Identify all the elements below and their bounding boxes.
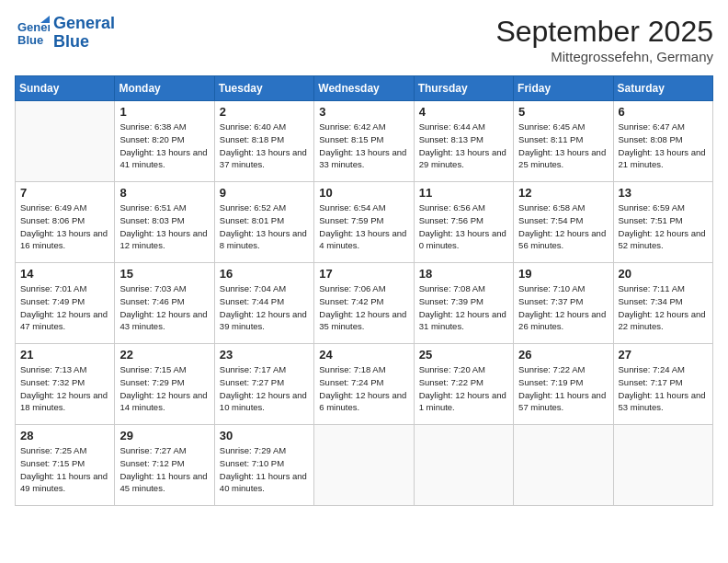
logo-line1: General (53, 15, 115, 33)
day-info: Sunrise: 7:11 AM Sunset: 7:34 PM Dayligh… (619, 282, 708, 333)
day-number: 1 (119, 105, 209, 119)
calendar-cell: 22Sunrise: 7:15 AM Sunset: 7:29 PM Dayli… (115, 344, 214, 425)
day-info: Sunrise: 7:03 AM Sunset: 7:46 PM Dayligh… (119, 282, 209, 333)
week-row-2: 7Sunrise: 6:49 AM Sunset: 8:06 PM Daylig… (16, 182, 713, 263)
calendar-cell: 17Sunrise: 7:06 AM Sunset: 7:42 PM Dayli… (314, 263, 414, 344)
day-info: Sunrise: 6:40 AM Sunset: 8:18 PM Dayligh… (220, 121, 309, 171)
calendar-cell: 25Sunrise: 7:20 AM Sunset: 7:22 PM Dayli… (414, 344, 513, 425)
day-number: 21 (20, 348, 109, 362)
day-info: Sunrise: 6:51 AM Sunset: 8:03 PM Dayligh… (119, 201, 209, 252)
calendar-cell: 14Sunrise: 7:01 AM Sunset: 7:49 PM Dayli… (16, 263, 115, 344)
day-info: Sunrise: 7:17 AM Sunset: 7:27 PM Dayligh… (220, 363, 309, 414)
calendar-cell: 12Sunrise: 6:58 AM Sunset: 7:54 PM Dayli… (514, 182, 613, 263)
day-number: 15 (119, 267, 209, 281)
calendar-cell: 20Sunrise: 7:11 AM Sunset: 7:34 PM Dayli… (613, 263, 712, 344)
week-row-5: 28Sunrise: 7:25 AM Sunset: 7:15 PM Dayli… (16, 425, 713, 506)
logo-line2: Blue (53, 33, 115, 52)
weekday-header-row: SundayMondayTuesdayWednesdayThursdayFrid… (16, 76, 713, 101)
day-info: Sunrise: 7:25 AM Sunset: 7:15 PM Dayligh… (20, 444, 109, 495)
day-info: Sunrise: 7:01 AM Sunset: 7:49 PM Dayligh… (20, 282, 109, 333)
day-info: Sunrise: 7:24 AM Sunset: 7:17 PM Dayligh… (619, 363, 708, 414)
calendar-cell: 28Sunrise: 7:25 AM Sunset: 7:15 PM Dayli… (16, 425, 115, 506)
day-info: Sunrise: 6:45 AM Sunset: 8:11 PM Dayligh… (518, 121, 608, 171)
week-row-4: 21Sunrise: 7:13 AM Sunset: 7:32 PM Dayli… (16, 344, 713, 425)
day-info: Sunrise: 7:27 AM Sunset: 7:12 PM Dayligh… (119, 444, 209, 495)
day-info: Sunrise: 7:22 AM Sunset: 7:19 PM Dayligh… (518, 363, 608, 414)
day-info: Sunrise: 7:18 AM Sunset: 7:24 PM Dayligh… (319, 363, 408, 414)
calendar-cell (414, 425, 513, 506)
day-info: Sunrise: 6:42 AM Sunset: 8:15 PM Dayligh… (319, 121, 408, 171)
day-info: Sunrise: 6:47 AM Sunset: 8:08 PM Dayligh… (619, 121, 708, 171)
calendar-cell: 10Sunrise: 6:54 AM Sunset: 7:59 PM Dayli… (314, 182, 414, 263)
weekday-header-sunday: Sunday (16, 76, 115, 101)
day-info: Sunrise: 7:29 AM Sunset: 7:10 PM Dayligh… (220, 444, 309, 495)
day-number: 2 (220, 105, 309, 119)
calendar-cell: 21Sunrise: 7:13 AM Sunset: 7:32 PM Dayli… (16, 344, 115, 425)
day-info: Sunrise: 7:08 AM Sunset: 7:39 PM Dayligh… (419, 282, 508, 333)
day-info: Sunrise: 7:04 AM Sunset: 7:44 PM Dayligh… (220, 282, 309, 333)
day-number: 13 (619, 186, 708, 200)
calendar-cell: 26Sunrise: 7:22 AM Sunset: 7:19 PM Dayli… (514, 344, 613, 425)
day-info: Sunrise: 6:49 AM Sunset: 8:06 PM Dayligh… (20, 201, 109, 252)
calendar-cell: 16Sunrise: 7:04 AM Sunset: 7:44 PM Dayli… (214, 263, 313, 344)
location: Mittegrossefehn, Germany (495, 49, 713, 64)
weekday-header-friday: Friday (514, 76, 613, 101)
calendar-cell (514, 425, 613, 506)
calendar-cell: 29Sunrise: 7:27 AM Sunset: 7:12 PM Dayli… (115, 425, 214, 506)
weekday-header-saturday: Saturday (613, 76, 712, 101)
calendar-cell (314, 425, 414, 506)
day-info: Sunrise: 6:56 AM Sunset: 7:56 PM Dayligh… (419, 201, 508, 252)
day-info: Sunrise: 6:44 AM Sunset: 8:13 PM Dayligh… (419, 121, 508, 171)
day-info: Sunrise: 7:13 AM Sunset: 7:32 PM Dayligh… (20, 363, 109, 414)
weekday-header-monday: Monday (115, 76, 214, 101)
day-number: 25 (419, 348, 508, 362)
day-info: Sunrise: 7:06 AM Sunset: 7:42 PM Dayligh… (319, 282, 408, 333)
day-number: 11 (419, 186, 508, 200)
day-info: Sunrise: 7:10 AM Sunset: 7:37 PM Dayligh… (518, 282, 608, 333)
day-number: 16 (220, 267, 309, 281)
day-number: 12 (518, 186, 608, 200)
svg-text:Blue: Blue (17, 33, 43, 47)
day-number: 17 (319, 267, 408, 281)
calendar-cell: 23Sunrise: 7:17 AM Sunset: 7:27 PM Dayli… (214, 344, 313, 425)
weekday-header-thursday: Thursday (414, 76, 513, 101)
calendar-cell: 24Sunrise: 7:18 AM Sunset: 7:24 PM Dayli… (314, 344, 414, 425)
calendar-cell: 13Sunrise: 6:59 AM Sunset: 7:51 PM Dayli… (613, 182, 712, 263)
calendar-cell: 9Sunrise: 6:52 AM Sunset: 8:01 PM Daylig… (214, 182, 313, 263)
page-header: General Blue General Blue September 2025… (15, 15, 713, 64)
title-block: September 2025 Mittegrossefehn, Germany (495, 15, 713, 64)
weekday-header-wednesday: Wednesday (314, 76, 414, 101)
day-number: 19 (518, 267, 608, 281)
day-info: Sunrise: 6:54 AM Sunset: 7:59 PM Dayligh… (319, 201, 408, 252)
calendar-cell: 5Sunrise: 6:45 AM Sunset: 8:11 PM Daylig… (514, 101, 613, 182)
calendar-cell: 27Sunrise: 7:24 AM Sunset: 7:17 PM Dayli… (613, 344, 712, 425)
week-row-1: 1Sunrise: 6:38 AM Sunset: 8:20 PM Daylig… (16, 101, 713, 182)
calendar-cell: 30Sunrise: 7:29 AM Sunset: 7:10 PM Dayli… (214, 425, 313, 506)
day-number: 5 (518, 105, 608, 119)
day-number: 26 (518, 348, 608, 362)
calendar-cell: 2Sunrise: 6:40 AM Sunset: 8:18 PM Daylig… (214, 101, 313, 182)
calendar-cell (613, 425, 712, 506)
calendar-cell: 7Sunrise: 6:49 AM Sunset: 8:06 PM Daylig… (16, 182, 115, 263)
day-number: 27 (619, 348, 708, 362)
day-number: 9 (220, 186, 309, 200)
day-number: 24 (319, 348, 408, 362)
day-number: 22 (119, 348, 209, 362)
logo-icon: General Blue (15, 16, 50, 51)
day-number: 3 (319, 105, 408, 119)
day-info: Sunrise: 6:58 AM Sunset: 7:54 PM Dayligh… (518, 201, 608, 252)
day-number: 7 (20, 186, 109, 200)
day-number: 6 (619, 105, 708, 119)
day-number: 18 (419, 267, 508, 281)
day-info: Sunrise: 6:59 AM Sunset: 7:51 PM Dayligh… (619, 201, 708, 252)
calendar-cell: 6Sunrise: 6:47 AM Sunset: 8:08 PM Daylig… (613, 101, 712, 182)
day-number: 14 (20, 267, 109, 281)
day-number: 28 (20, 429, 109, 442)
weekday-header-tuesday: Tuesday (214, 76, 313, 101)
calendar-cell: 4Sunrise: 6:44 AM Sunset: 8:13 PM Daylig… (414, 101, 513, 182)
calendar-cell: 18Sunrise: 7:08 AM Sunset: 7:39 PM Dayli… (414, 263, 513, 344)
logo-text: General Blue (53, 15, 115, 52)
day-number: 20 (619, 267, 708, 281)
week-row-3: 14Sunrise: 7:01 AM Sunset: 7:49 PM Dayli… (16, 263, 713, 344)
day-info: Sunrise: 6:38 AM Sunset: 8:20 PM Dayligh… (119, 121, 209, 171)
